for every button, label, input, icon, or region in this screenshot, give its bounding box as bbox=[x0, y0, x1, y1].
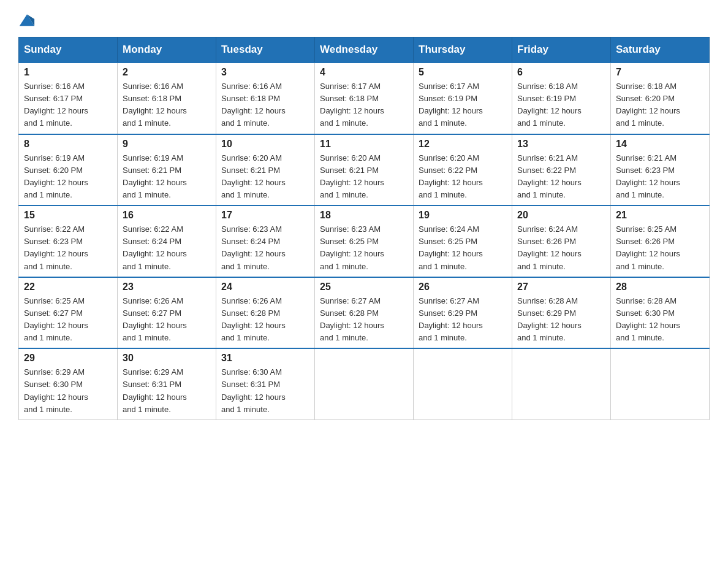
calendar-cell: 21 Sunrise: 6:25 AMSunset: 6:26 PMDaylig… bbox=[611, 205, 710, 277]
day-number: 12 bbox=[419, 139, 507, 150]
calendar-cell: 13 Sunrise: 6:21 AMSunset: 6:22 PMDaylig… bbox=[512, 134, 611, 206]
day-number: 30 bbox=[123, 353, 211, 364]
day-info: Sunrise: 6:25 AMSunset: 6:26 PMDaylight:… bbox=[616, 224, 680, 270]
calendar-cell: 24 Sunrise: 6:26 AMSunset: 6:28 PMDaylig… bbox=[216, 277, 315, 349]
day-number: 27 bbox=[517, 282, 605, 293]
day-number: 28 bbox=[616, 282, 704, 293]
calendar-cell: 6 Sunrise: 6:18 AMSunset: 6:19 PMDayligh… bbox=[512, 63, 611, 134]
calendar-week-1: 1 Sunrise: 6:16 AMSunset: 6:17 PMDayligh… bbox=[19, 63, 710, 134]
logo bbox=[18, 12, 36, 25]
day-info: Sunrise: 6:24 AMSunset: 6:26 PMDaylight:… bbox=[517, 224, 582, 270]
day-info: Sunrise: 6:30 AMSunset: 6:31 PMDaylight:… bbox=[221, 367, 286, 413]
day-number: 2 bbox=[123, 67, 211, 78]
weekday-header-wednesday: Wednesday bbox=[315, 37, 414, 63]
calendar-cell: 20 Sunrise: 6:24 AMSunset: 6:26 PMDaylig… bbox=[512, 205, 611, 277]
day-info: Sunrise: 6:27 AMSunset: 6:28 PMDaylight:… bbox=[320, 296, 384, 342]
day-info: Sunrise: 6:25 AMSunset: 6:27 PMDaylight:… bbox=[24, 296, 88, 342]
calendar-cell: 28 Sunrise: 6:28 AMSunset: 6:30 PMDaylig… bbox=[611, 277, 710, 349]
day-number: 6 bbox=[517, 67, 605, 78]
day-number: 24 bbox=[221, 282, 309, 293]
calendar-cell: 22 Sunrise: 6:25 AMSunset: 6:27 PMDaylig… bbox=[19, 277, 118, 349]
calendar-cell bbox=[315, 348, 414, 419]
calendar-cell bbox=[512, 348, 611, 419]
calendar-table: SundayMondayTuesdayWednesdayThursdayFrid… bbox=[18, 37, 710, 420]
day-number: 14 bbox=[616, 139, 704, 150]
day-info: Sunrise: 6:22 AMSunset: 6:24 PMDaylight:… bbox=[123, 224, 187, 270]
calendar-week-5: 29 Sunrise: 6:29 AMSunset: 6:30 PMDaylig… bbox=[19, 348, 710, 419]
calendar-cell: 17 Sunrise: 6:23 AMSunset: 6:24 PMDaylig… bbox=[216, 205, 315, 277]
calendar-cell: 29 Sunrise: 6:29 AMSunset: 6:30 PMDaylig… bbox=[19, 348, 118, 419]
day-number: 29 bbox=[24, 353, 112, 364]
weekday-header-thursday: Thursday bbox=[414, 37, 512, 63]
day-info: Sunrise: 6:23 AMSunset: 6:24 PMDaylight:… bbox=[221, 224, 286, 270]
day-info: Sunrise: 6:29 AMSunset: 6:30 PMDaylight:… bbox=[24, 367, 88, 413]
calendar-cell: 4 Sunrise: 6:17 AMSunset: 6:18 PMDayligh… bbox=[315, 63, 414, 134]
day-number: 4 bbox=[320, 67, 408, 78]
calendar-cell: 18 Sunrise: 6:23 AMSunset: 6:25 PMDaylig… bbox=[315, 205, 414, 277]
calendar-cell: 19 Sunrise: 6:24 AMSunset: 6:25 PMDaylig… bbox=[414, 205, 512, 277]
day-number: 20 bbox=[517, 210, 605, 221]
calendar-week-2: 8 Sunrise: 6:19 AMSunset: 6:20 PMDayligh… bbox=[19, 134, 710, 206]
day-number: 17 bbox=[221, 210, 309, 221]
day-number: 16 bbox=[123, 210, 211, 221]
day-info: Sunrise: 6:21 AMSunset: 6:23 PMDaylight:… bbox=[616, 153, 680, 199]
calendar-cell bbox=[611, 348, 710, 419]
day-number: 13 bbox=[517, 139, 605, 150]
calendar-cell: 23 Sunrise: 6:26 AMSunset: 6:27 PMDaylig… bbox=[118, 277, 216, 349]
calendar-cell: 5 Sunrise: 6:17 AMSunset: 6:19 PMDayligh… bbox=[414, 63, 512, 134]
day-info: Sunrise: 6:21 AMSunset: 6:22 PMDaylight:… bbox=[517, 153, 582, 199]
day-number: 23 bbox=[123, 282, 211, 293]
day-number: 11 bbox=[320, 139, 408, 150]
weekday-header-sunday: Sunday bbox=[19, 37, 118, 63]
day-info: Sunrise: 6:16 AMSunset: 6:17 PMDaylight:… bbox=[24, 82, 88, 128]
calendar-cell: 25 Sunrise: 6:27 AMSunset: 6:28 PMDaylig… bbox=[315, 277, 414, 349]
day-number: 25 bbox=[320, 282, 408, 293]
day-info: Sunrise: 6:18 AMSunset: 6:20 PMDaylight:… bbox=[616, 82, 680, 128]
day-info: Sunrise: 6:29 AMSunset: 6:31 PMDaylight:… bbox=[123, 367, 187, 413]
calendar-cell: 7 Sunrise: 6:18 AMSunset: 6:20 PMDayligh… bbox=[611, 63, 710, 134]
day-info: Sunrise: 6:17 AMSunset: 6:18 PMDaylight:… bbox=[320, 82, 384, 128]
calendar-cell: 1 Sunrise: 6:16 AMSunset: 6:17 PMDayligh… bbox=[19, 63, 118, 134]
day-info: Sunrise: 6:16 AMSunset: 6:18 PMDaylight:… bbox=[221, 82, 286, 128]
day-number: 26 bbox=[419, 282, 507, 293]
day-info: Sunrise: 6:24 AMSunset: 6:25 PMDaylight:… bbox=[419, 224, 483, 270]
calendar-cell: 8 Sunrise: 6:19 AMSunset: 6:20 PMDayligh… bbox=[19, 134, 118, 206]
day-info: Sunrise: 6:19 AMSunset: 6:20 PMDaylight:… bbox=[24, 153, 88, 199]
weekday-header-monday: Monday bbox=[118, 37, 216, 63]
day-info: Sunrise: 6:22 AMSunset: 6:23 PMDaylight:… bbox=[24, 224, 88, 270]
day-number: 10 bbox=[221, 139, 309, 150]
day-number: 8 bbox=[24, 139, 112, 150]
day-info: Sunrise: 6:18 AMSunset: 6:19 PMDaylight:… bbox=[517, 82, 582, 128]
day-info: Sunrise: 6:26 AMSunset: 6:28 PMDaylight:… bbox=[221, 296, 286, 342]
day-number: 5 bbox=[419, 67, 507, 78]
day-info: Sunrise: 6:20 AMSunset: 6:21 PMDaylight:… bbox=[320, 153, 384, 199]
day-info: Sunrise: 6:16 AMSunset: 6:18 PMDaylight:… bbox=[123, 82, 187, 128]
day-info: Sunrise: 6:23 AMSunset: 6:25 PMDaylight:… bbox=[320, 224, 384, 270]
day-number: 1 bbox=[24, 67, 112, 78]
calendar-cell: 30 Sunrise: 6:29 AMSunset: 6:31 PMDaylig… bbox=[118, 348, 216, 419]
calendar-cell: 26 Sunrise: 6:27 AMSunset: 6:29 PMDaylig… bbox=[414, 277, 512, 349]
weekday-header-saturday: Saturday bbox=[611, 37, 710, 63]
calendar-cell: 10 Sunrise: 6:20 AMSunset: 6:21 PMDaylig… bbox=[216, 134, 315, 206]
day-info: Sunrise: 6:19 AMSunset: 6:21 PMDaylight:… bbox=[123, 153, 187, 199]
day-number: 19 bbox=[419, 210, 507, 221]
day-number: 22 bbox=[24, 282, 112, 293]
day-number: 31 bbox=[221, 353, 309, 364]
calendar-week-4: 22 Sunrise: 6:25 AMSunset: 6:27 PMDaylig… bbox=[19, 277, 710, 349]
weekday-header-tuesday: Tuesday bbox=[216, 37, 315, 63]
calendar-cell: 2 Sunrise: 6:16 AMSunset: 6:18 PMDayligh… bbox=[118, 63, 216, 134]
day-info: Sunrise: 6:20 AMSunset: 6:22 PMDaylight:… bbox=[419, 153, 483, 199]
calendar-cell: 15 Sunrise: 6:22 AMSunset: 6:23 PMDaylig… bbox=[19, 205, 118, 277]
calendar-cell bbox=[414, 348, 512, 419]
day-number: 3 bbox=[221, 67, 309, 78]
calendar-cell: 9 Sunrise: 6:19 AMSunset: 6:21 PMDayligh… bbox=[118, 134, 216, 206]
logo-icon bbox=[18, 11, 36, 28]
calendar-cell: 27 Sunrise: 6:28 AMSunset: 6:29 PMDaylig… bbox=[512, 277, 611, 349]
day-number: 15 bbox=[24, 210, 112, 221]
calendar-week-3: 15 Sunrise: 6:22 AMSunset: 6:23 PMDaylig… bbox=[19, 205, 710, 277]
calendar-cell: 16 Sunrise: 6:22 AMSunset: 6:24 PMDaylig… bbox=[118, 205, 216, 277]
day-number: 18 bbox=[320, 210, 408, 221]
calendar-cell: 3 Sunrise: 6:16 AMSunset: 6:18 PMDayligh… bbox=[216, 63, 315, 134]
day-info: Sunrise: 6:28 AMSunset: 6:30 PMDaylight:… bbox=[616, 296, 680, 342]
page-header bbox=[18, 12, 710, 25]
